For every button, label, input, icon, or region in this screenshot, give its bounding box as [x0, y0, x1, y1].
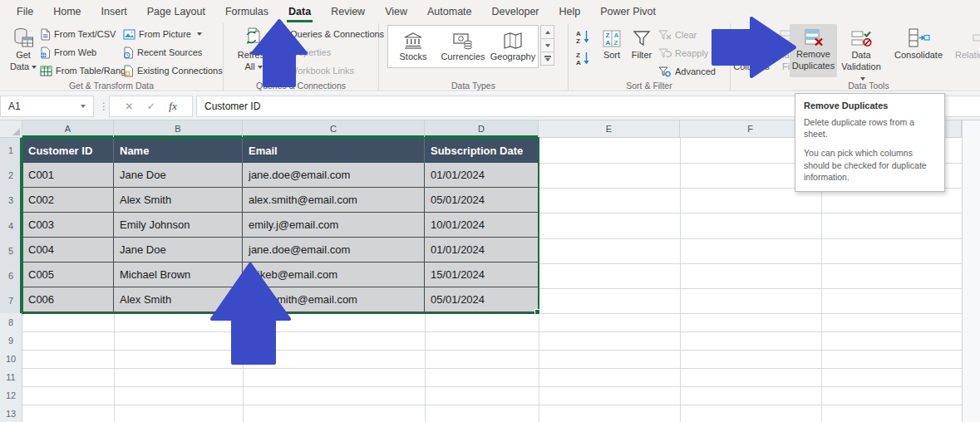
table-cell[interactable]: C006: [22, 287, 114, 312]
table-cell[interactable]: alex.smith@email.com: [243, 188, 425, 213]
row-header-5[interactable]: 5: [0, 238, 22, 263]
advanced-filter-button[interactable]: Advanced: [658, 63, 716, 80]
geography-button[interactable]: Geography: [488, 26, 538, 67]
table-cell[interactable]: Alex Smith: [114, 287, 243, 312]
from-table-range-button[interactable]: From Table/Range: [40, 62, 131, 79]
table-cell[interactable]: Jane Doe: [114, 238, 243, 263]
table-cell[interactable]: Alex Smith: [114, 188, 243, 213]
table-header-cell[interactable]: Customer ID: [22, 138, 114, 163]
row-header-11[interactable]: 11: [0, 368, 22, 386]
text-to-columns-label: Text to Columns: [732, 50, 771, 73]
existing-connections-label: Existing Connections: [137, 66, 223, 76]
from-picture-button[interactable]: From Picture: [123, 26, 202, 42]
table-cell[interactable]: alex.smith@email.com: [243, 287, 425, 312]
menu-item-formulas[interactable]: Formulas: [215, 0, 278, 23]
consolidate-button[interactable]: Consolidate: [886, 25, 951, 61]
table-cell[interactable]: emily.j@email.com: [243, 213, 425, 238]
data-validation-button[interactable]: Data Validation: [838, 25, 884, 84]
sort-a-to-z-button[interactable]: A Z: [575, 28, 592, 45]
from-web-button[interactable]: From Web: [40, 44, 96, 61]
gallery-scroll-down-button[interactable]: [540, 38, 554, 52]
vertical-scrollbar[interactable]: [962, 120, 980, 422]
menu-item-developer[interactable]: Developer: [482, 0, 549, 23]
table-cell[interactable]: 05/01/2024: [425, 188, 539, 213]
queries-connections-button[interactable]: Queries & Connections: [275, 26, 384, 42]
table-header-cell[interactable]: Name: [114, 138, 243, 163]
table-cell[interactable]: C005: [22, 263, 114, 287]
relationships-button[interactable]: Relationships: [953, 25, 980, 61]
table-cell[interactable]: 15/01/2024: [425, 263, 539, 287]
table-cell[interactable]: Emily Johnson: [114, 213, 243, 238]
enter-icon[interactable]: ✓: [147, 101, 155, 112]
menu-item-help[interactable]: Help: [549, 0, 591, 23]
row-header-13[interactable]: 13: [0, 405, 22, 422]
filter-button[interactable]: Filter: [627, 25, 657, 61]
row-header-6[interactable]: 6: [0, 263, 22, 288]
column-header-a[interactable]: A: [22, 120, 114, 137]
clear-filter-button[interactable]: Clear: [658, 27, 697, 43]
fill-handle[interactable]: [534, 309, 540, 315]
menu-item-review[interactable]: Review: [321, 0, 375, 23]
table-header-cell[interactable]: Subscription Date: [425, 138, 539, 163]
sort-button[interactable]: Z A A Z Sort: [597, 25, 627, 61]
table-cell[interactable]: C004: [22, 238, 114, 263]
row-header-9[interactable]: 9: [0, 331, 22, 350]
menu-item-power-pivot[interactable]: Power Pivot: [590, 0, 666, 23]
select-all-button[interactable]: [0, 120, 22, 137]
cancel-icon[interactable]: ✕: [125, 101, 133, 112]
row-header-10[interactable]: 10: [0, 350, 22, 368]
recent-sources-button[interactable]: Recent Sources: [123, 44, 202, 61]
table-cell[interactable]: Jane Doe: [114, 163, 243, 188]
name-box[interactable]: A1: [0, 96, 94, 117]
row-header-2[interactable]: 2: [0, 163, 22, 188]
gallery-more-button[interactable]: [540, 52, 554, 66]
table-cell[interactable]: jane.doe@email.com: [243, 238, 425, 263]
column-header-e[interactable]: E: [539, 120, 680, 137]
insert-function-icon[interactable]: fx: [169, 100, 176, 113]
column-header-d[interactable]: D: [425, 120, 539, 137]
remove-duplicates-button[interactable]: Remove Duplicates: [790, 24, 837, 77]
table-cell[interactable]: C001: [22, 163, 114, 188]
menu-item-home[interactable]: Home: [43, 0, 91, 23]
row-header-7[interactable]: 7: [0, 288, 22, 313]
column-header-b[interactable]: B: [114, 120, 243, 137]
sort-z-to-a-button[interactable]: Z A: [575, 50, 592, 66]
table-cell[interactable]: C003: [22, 213, 114, 238]
reapply-filter-button[interactable]: Reapply: [658, 45, 708, 61]
row-header-8[interactable]: 8: [0, 313, 22, 331]
table-header-cell[interactable]: Email: [243, 138, 425, 163]
table-cell[interactable]: jane.doe@email.com: [243, 163, 425, 188]
menu-item-view[interactable]: View: [375, 0, 417, 23]
stocks-button[interactable]: Stocks: [388, 26, 438, 67]
formula-bar-buttons: ✕ ✓ fx: [109, 96, 193, 117]
row-header-12[interactable]: 12: [0, 386, 22, 405]
from-text-csv-button[interactable]: From Text/CSV: [40, 26, 116, 42]
workbook-links-button[interactable]: Workbook Links: [275, 62, 354, 79]
table-cell[interactable]: 05/01/2024: [425, 287, 539, 312]
svg-text:Z: Z: [606, 32, 610, 39]
existing-connections-button[interactable]: Existing Connections: [123, 62, 223, 79]
menu-item-file[interactable]: File: [7, 0, 43, 23]
row-header-1[interactable]: 1: [0, 138, 22, 163]
row-header-3[interactable]: 3: [0, 188, 22, 213]
table-cell[interactable]: 01/01/2024: [425, 238, 539, 263]
table-cell[interactable]: 10/01/2024: [425, 213, 539, 238]
reapply-filter-label: Reapply: [675, 48, 708, 58]
menu-item-automate[interactable]: Automate: [417, 0, 482, 23]
get-data-button[interactable]: Get Data: [5, 25, 42, 73]
gallery-scroll-up-button[interactable]: [540, 25, 554, 39]
menu-item-data[interactable]: Data: [278, 0, 321, 23]
properties-button[interactable]: Properties: [275, 44, 331, 61]
refresh-all-button[interactable]: Refresh All: [234, 25, 273, 73]
table-cell[interactable]: Michael Brown: [114, 263, 243, 287]
currencies-button[interactable]: Currencies: [438, 26, 488, 67]
menu-item-page-layout[interactable]: Page Layout: [137, 0, 215, 23]
menu-item-insert[interactable]: Insert: [91, 0, 137, 23]
row-header-4[interactable]: 4: [0, 213, 22, 238]
table-cell[interactable]: mikeb@email.com: [243, 263, 425, 287]
text-to-columns-button[interactable]: Text to Columns: [732, 25, 771, 73]
table-cell[interactable]: C002: [22, 188, 114, 213]
formula-bar-separator-icon: ⋮: [99, 96, 109, 117]
column-header-c[interactable]: C: [243, 120, 425, 137]
table-cell[interactable]: 01/01/2024: [425, 163, 539, 188]
